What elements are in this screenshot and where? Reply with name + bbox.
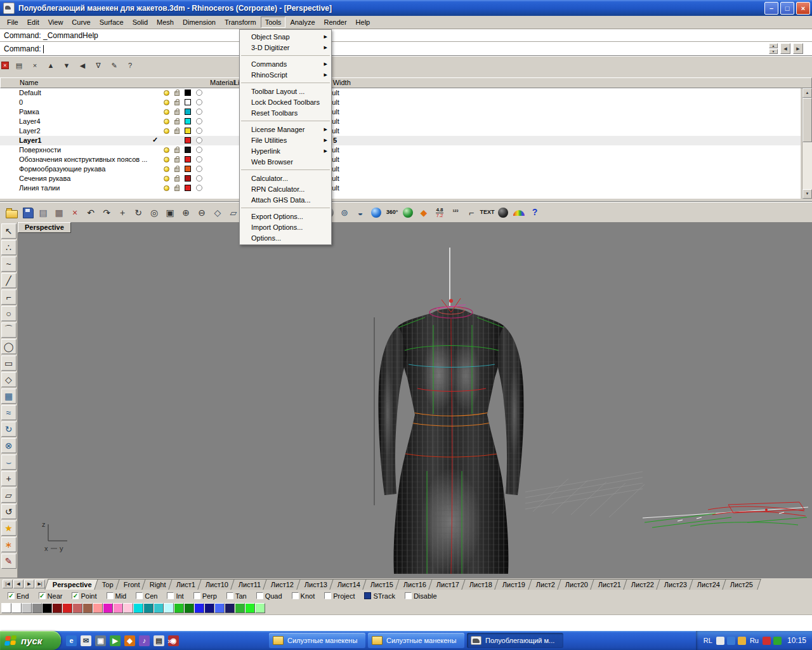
side-tool-button[interactable]: ↻ — [1, 421, 16, 437]
checkbox[interactable]: ✓ — [107, 592, 114, 599]
tray-icon[interactable] — [763, 637, 771, 645]
layer-lock-icon[interactable] — [174, 158, 180, 162]
layer-material-icon[interactable] — [196, 147, 202, 153]
menu-item[interactable]: License Manager ▶ — [240, 124, 331, 135]
osnap-toggle[interactable]: ✓ Project — [324, 592, 355, 600]
color-swatch[interactable] — [174, 603, 184, 613]
layer-lock-icon[interactable] — [174, 149, 180, 153]
layer-color-swatch[interactable] — [185, 147, 191, 153]
layer-on-bulb-icon[interactable] — [164, 109, 169, 115]
color-swatch[interactable] — [62, 603, 72, 613]
menu-bar-item[interactable]: Curve — [67, 17, 95, 28]
checkbox[interactable]: ✓ — [193, 592, 200, 599]
layer-on-bulb-icon[interactable] — [164, 119, 169, 124]
quick-launch-icon[interactable]: e — [66, 635, 77, 646]
menu-item[interactable]: Web Browser ▶ — [240, 156, 331, 167]
layers-toolbar-button[interactable]: ✎ — [108, 60, 121, 71]
tab-first-icon[interactable]: |◀ — [3, 580, 13, 588]
color-swatch[interactable] — [11, 603, 22, 613]
layers-toolbar-button[interactable]: ▼ — [60, 60, 73, 71]
color-swatch[interactable] — [184, 603, 194, 613]
color-swatch[interactable] — [255, 603, 265, 613]
color-swatch[interactable] — [1, 603, 11, 613]
history-back-icon[interactable]: ◀ — [780, 43, 790, 54]
quick-launch-icon[interactable]: ✉ — [81, 635, 91, 646]
close-button[interactable]: × — [796, 2, 810, 15]
color-swatch[interactable] — [245, 603, 255, 613]
checkbox[interactable]: ✓ — [405, 592, 412, 599]
menu-item[interactable]: Lock Docked Toolbars ▶ — [240, 96, 331, 107]
layer-lock-icon[interactable] — [174, 91, 180, 96]
toolbar-button[interactable]: ◇ — [210, 205, 225, 220]
menu-bar-item[interactable]: File — [3, 17, 23, 28]
menu-bar-item[interactable]: Surface — [95, 17, 128, 28]
toolbar-button[interactable] — [4, 205, 19, 220]
side-tool-button[interactable]: ⊗ — [1, 438, 16, 453]
toolbar-button[interactable] — [369, 205, 384, 220]
color-swatch[interactable] — [235, 603, 245, 613]
osnap-toggle[interactable]: ✓ Int — [167, 592, 183, 600]
color-swatch[interactable] — [143, 603, 154, 613]
layer-on-bulb-icon[interactable] — [164, 90, 169, 96]
color-swatch[interactable] — [123, 603, 133, 613]
toolbar-button[interactable]: ↷ — [99, 205, 114, 220]
checkbox[interactable]: ✓ — [136, 592, 143, 599]
layer-color-swatch[interactable] — [185, 137, 191, 143]
menu-item[interactable]: Reset Toolbars ▶ — [240, 107, 331, 118]
layer-material-icon[interactable] — [196, 166, 202, 172]
menu-item[interactable]: RPN Calculator... ▶ — [240, 183, 331, 194]
side-tool-button[interactable]: ↺ — [1, 504, 16, 519]
layers-toolbar-button[interactable]: ▤ — [13, 60, 25, 71]
scroll-down-icon[interactable]: ▼ — [802, 189, 812, 199]
menu-bar-item[interactable]: Transform — [220, 17, 261, 28]
layer-color-swatch[interactable] — [185, 185, 191, 191]
tab-next-icon[interactable]: ▶ — [24, 580, 34, 588]
tab-last-icon[interactable]: ▶| — [35, 580, 45, 588]
toolbar-button[interactable] — [495, 205, 511, 220]
toolbar-button[interactable]: ↶ — [83, 205, 98, 220]
layer-lock-icon[interactable] — [174, 168, 180, 172]
color-swatch[interactable] — [194, 603, 204, 613]
menu-bar-item[interactable]: Tools — [261, 17, 286, 28]
side-tool-button[interactable]: ∗ — [1, 537, 16, 552]
menu-bar-item[interactable]: Solid — [128, 17, 152, 28]
toolbar-button[interactable]: ▤ — [36, 205, 51, 220]
layer-color-swatch[interactable] — [185, 109, 191, 115]
layer-on-bulb-icon[interactable] — [164, 128, 169, 134]
toolbar-button[interactable]: TEXT — [480, 205, 495, 220]
layer-row[interactable]: Layer4 ✓ Default — [0, 117, 801, 126]
tray-icon[interactable] — [738, 637, 746, 645]
layers-scrollbar[interactable]: ▲ ▼ — [802, 88, 812, 199]
toolbar-button[interactable]: ◆ — [416, 205, 431, 220]
color-swatch[interactable] — [113, 603, 123, 613]
toolbar-button[interactable]: ◎ — [147, 205, 162, 220]
menu-bar-item[interactable]: Dimension — [178, 17, 220, 28]
viewport-tab[interactable]: Лист25 — [722, 579, 761, 590]
side-tool-button[interactable]: ◇ — [1, 372, 16, 387]
task-button[interactable]: Полуоблегающий м... — [467, 633, 563, 648]
tray-icon[interactable] — [727, 637, 735, 645]
color-swatch[interactable] — [52, 603, 62, 613]
start-button[interactable]: пуск — [0, 631, 61, 650]
osnap-toggle[interactable]: ✓ Quad — [256, 592, 282, 600]
layer-material-icon[interactable] — [196, 185, 202, 191]
tray-icon[interactable] — [716, 637, 724, 645]
layer-row[interactable]: Рамка ✓ Default — [0, 107, 801, 117]
layer-material-icon[interactable] — [196, 156, 202, 162]
osnap-toggle[interactable]: ✓ STrack — [364, 592, 395, 600]
menu-item[interactable]: Options... ▶ — [240, 232, 331, 243]
menu-item[interactable]: ▶ — [241, 83, 330, 83]
layers-toolbar-button[interactable]: ▲ — [44, 60, 57, 71]
color-swatch[interactable] — [42, 603, 52, 613]
color-swatch[interactable] — [214, 603, 225, 613]
side-tool-button[interactable]: ↖ — [1, 223, 16, 239]
side-tool-button[interactable]: ⌐ — [1, 289, 16, 305]
layer-on-bulb-icon[interactable] — [164, 185, 169, 191]
side-tool-button[interactable]: ▭ — [1, 355, 16, 371]
osnap-toggle[interactable]: ✓ Perp — [193, 592, 217, 600]
color-swatch[interactable] — [133, 603, 143, 613]
language-indicator[interactable]: Ru — [750, 637, 759, 644]
menu-item[interactable]: Toolbar Layout ... ▶ — [240, 86, 331, 96]
layer-row[interactable]: Поверхности ✓ Default — [0, 145, 801, 155]
side-tool-button[interactable]: ○ — [1, 306, 16, 321]
